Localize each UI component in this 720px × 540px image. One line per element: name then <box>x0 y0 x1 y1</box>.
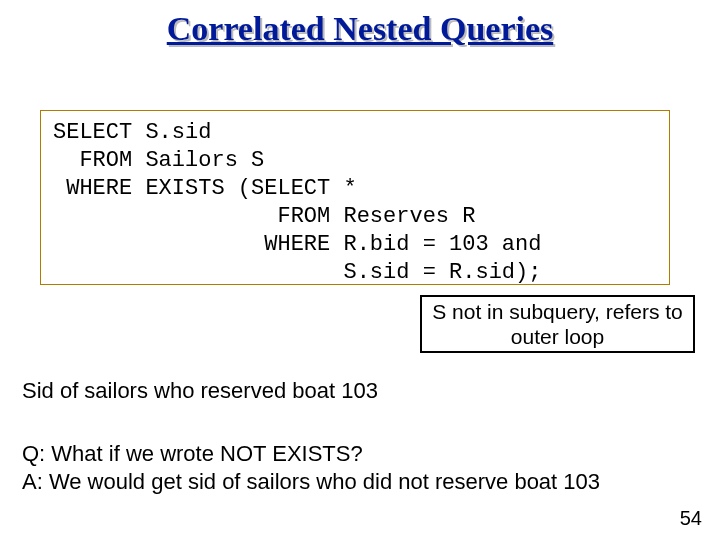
slide: Correlated Nested Queries SELECT S.sid F… <box>0 0 720 540</box>
code-line-2: FROM Sailors S <box>53 148 264 173</box>
code-line-4: FROM Reserves R <box>53 204 475 229</box>
code-line-5: WHERE R.bid = 103 and <box>53 232 541 257</box>
question-text: Q: What if we wrote NOT EXISTS? <box>22 440 600 468</box>
code-line-3: WHERE EXISTS (SELECT * <box>53 176 357 201</box>
qa-block: Q: What if we wrote NOT EXISTS? A: We wo… <box>22 440 600 496</box>
page-number: 54 <box>680 507 702 530</box>
sql-code-box: SELECT S.sid FROM Sailors S WHERE EXISTS… <box>40 110 670 285</box>
answer-text: A: We would get sid of sailors who did n… <box>22 468 600 496</box>
callout-box: S not in subquery, refers to outer loop <box>420 295 695 353</box>
code-line-1: SELECT S.sid <box>53 120 211 145</box>
slide-title: Correlated Nested Queries <box>0 10 720 48</box>
code-line-6: S.sid = R.sid); <box>53 260 541 285</box>
description-text: Sid of sailors who reserved boat 103 <box>22 378 378 404</box>
sql-code: SELECT S.sid FROM Sailors S WHERE EXISTS… <box>53 119 657 287</box>
callout-text: S not in subquery, refers to outer loop <box>428 299 687 349</box>
